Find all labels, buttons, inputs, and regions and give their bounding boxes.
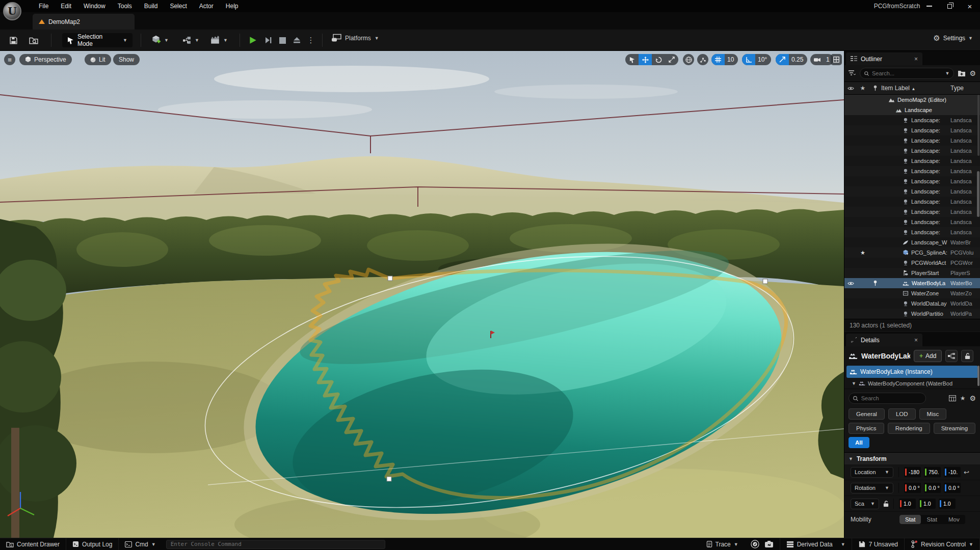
world-local-toggle[interactable] <box>683 54 694 65</box>
skip-button[interactable] <box>261 34 275 47</box>
outliner-row-landscape[interactable]: Landscape:Landsca <box>844 207 980 217</box>
content-drawer-button[interactable]: Content Drawer <box>0 538 66 550</box>
outliner-row-pcgworldact[interactable]: PCGWorldActPCGWor <box>844 258 980 268</box>
mobility-option-2[interactable]: Mov <box>943 515 965 524</box>
details-search-box[interactable] <box>849 393 926 404</box>
scale-y-field[interactable]: 1.0 <box>919 499 936 509</box>
cmd-dropdown[interactable]: Cmd ▼ <box>119 538 162 550</box>
display-filter-icon[interactable] <box>949 395 956 401</box>
item-label-column[interactable]: Item Label ▲ <box>881 85 950 92</box>
derived-data-dropdown[interactable]: Derived Data ▼ <box>780 538 852 550</box>
cinematics-button[interactable] <box>208 34 222 47</box>
rotation-snap-control[interactable]: 10° <box>742 54 771 65</box>
menu-window[interactable]: Window <box>77 0 112 12</box>
menu-build[interactable]: Build <box>138 0 164 12</box>
tab-level[interactable]: DemoMap2 <box>33 14 135 30</box>
outliner-settings-icon[interactable]: ⚙ <box>969 69 976 77</box>
outliner-search-box[interactable]: ▼ <box>860 68 954 79</box>
lock-details-button[interactable] <box>961 350 973 362</box>
surface-snapping-button[interactable] <box>697 54 708 65</box>
menu-help[interactable]: Help <box>220 0 245 12</box>
category-general[interactable]: General <box>849 408 885 420</box>
camera-speed-control[interactable]: 1 <box>810 54 834 65</box>
mobility-option-1[interactable]: Stat <box>921 515 942 524</box>
restore-button[interactable] <box>939 0 960 12</box>
outliner-row-worldpartitio[interactable]: WorldPartitioWorldPa <box>844 309 980 319</box>
outliner-row-worlddatalay[interactable]: WorldDataLayWorldDa <box>844 298 980 309</box>
level-viewport[interactable]: ≡ Perspective Lit Show 10 10° 0.25 1 <box>0 51 844 538</box>
rotation-snap-toggle[interactable] <box>742 54 755 65</box>
output-log-button[interactable]: Output Log <box>66 538 119 550</box>
components-scrollbar[interactable] <box>977 366 979 386</box>
stop-button[interactable] <box>275 34 289 47</box>
close-icon[interactable]: × <box>914 56 918 63</box>
outliner-row-landscape[interactable]: Landscape:Landsca <box>844 186 980 197</box>
play-button[interactable] <box>246 34 260 47</box>
menu-actor[interactable]: Actor <box>193 0 220 12</box>
transform-section-header[interactable]: ▼ Transform <box>844 452 980 464</box>
menu-select[interactable]: Select <box>164 0 193 12</box>
rotation-z-field[interactable]: 0.0 ° <box>944 483 961 493</box>
rotation-y-field[interactable]: 0.0 ° <box>924 483 941 493</box>
outliner-row-landscape[interactable]: Landscape <box>844 105 980 115</box>
outliner-row-landscape[interactable]: Landscape:Landsca <box>844 176 980 186</box>
grid-snap-control[interactable]: 10 <box>711 54 738 65</box>
outliner-row-landscape[interactable]: Landscape:Landsca <box>844 166 980 176</box>
component-row-instance[interactable]: WaterBodyLake (Instance) <box>846 366 978 378</box>
trace-dropdown[interactable]: Trace ▼ <box>700 538 745 550</box>
outliner-row-landscape[interactable]: Landscape:Landsca <box>844 125 980 135</box>
browse-content-button[interactable] <box>27 34 41 47</box>
close-button[interactable]: × <box>960 0 980 12</box>
add-component-button[interactable]: + Add <box>914 350 942 362</box>
star-cell[interactable]: ★ <box>857 250 869 256</box>
outliner-row-waterbodyla[interactable]: WaterBodyLaWaterBo <box>844 278 980 288</box>
outliner-row-landscape[interactable]: Landscape:Landsca <box>844 197 980 207</box>
outliner-row-waterzone[interactable]: WaterZoneWaterZo <box>844 288 980 298</box>
viewport-menu-button[interactable]: ≡ <box>4 54 15 65</box>
play-options-button[interactable]: ⋮ <box>304 34 318 47</box>
location-z-field[interactable]: -10. <box>944 467 961 477</box>
details-scrollbar[interactable] <box>977 171 979 217</box>
outliner-row-pcg-splinea[interactable]: ★PCG_SplineA:PCGVolu <box>844 248 980 258</box>
menu-tools[interactable]: Tools <box>112 0 138 12</box>
category-all[interactable]: All <box>849 437 869 448</box>
view-mode-perspective-dropdown[interactable]: Perspective <box>19 54 72 65</box>
scale-snap-control[interactable]: 0.25 <box>776 54 807 65</box>
select-tool-button[interactable] <box>625 54 639 65</box>
outliner-search-input[interactable] <box>872 70 942 76</box>
edit-blueprint-button[interactable] <box>945 350 958 362</box>
settings-dropdown[interactable]: ⚙ Settings ▼ <box>933 34 973 43</box>
move-tool-button[interactable] <box>639 54 652 65</box>
unsaved-button[interactable]: 7 Unsaved <box>852 538 905 550</box>
location-x-field[interactable]: -180 <box>904 467 921 477</box>
blueprints-button[interactable] <box>179 34 194 47</box>
session-icon[interactable] <box>751 540 759 548</box>
outliner-row-landscape[interactable]: Landscape:Landsca <box>844 217 980 227</box>
save-button[interactable] <box>6 34 20 47</box>
close-icon[interactable]: × <box>914 337 918 344</box>
scale-lock-icon[interactable] <box>883 501 889 507</box>
rotation-snap-value[interactable]: 10° <box>755 56 771 63</box>
outliner-row-landscape[interactable]: Landscape:Landsca <box>844 115 980 125</box>
outliner-tree[interactable]: DemoMap2 (Editor)LandscapeLandscape:Land… <box>844 95 980 319</box>
favorites-icon[interactable]: ★ <box>960 395 966 402</box>
details-settings-icon[interactable]: ⚙ <box>969 394 976 402</box>
outliner-row-landscape[interactable]: Landscape:Landsca <box>844 227 980 237</box>
scale-z-field[interactable]: 1.0 <box>939 499 956 509</box>
new-folder-icon[interactable] <box>958 70 966 77</box>
platforms-label[interactable]: Platforms <box>345 35 371 42</box>
unreal-logo-icon[interactable]: U <box>3 2 21 20</box>
star-column-icon[interactable]: ★ <box>857 85 869 92</box>
component-row-waterbodycomponent[interactable]: ▼ WaterBodyComponent (WaterBod <box>844 378 980 389</box>
scale-snap-toggle[interactable] <box>776 54 789 65</box>
category-physics[interactable]: Physics <box>849 423 884 434</box>
outliner-row-landscape[interactable]: Landscape:Landsca <box>844 156 980 166</box>
outliner-column-headers[interactable]: ★ Item Label ▲ Type <box>844 81 980 95</box>
outliner-scrollbar[interactable] <box>977 95 979 156</box>
rotation-x-field[interactable]: 0.0 ° <box>904 483 921 493</box>
revision-control-dropdown[interactable]: Revision Control ▼ <box>905 538 980 550</box>
outliner-row-landscape[interactable]: Landscape:Landsca <box>844 146 980 156</box>
tab-outliner[interactable]: Outliner × <box>846 52 922 65</box>
console-command-input[interactable] <box>166 540 385 549</box>
rotate-tool-button[interactable] <box>652 54 665 65</box>
